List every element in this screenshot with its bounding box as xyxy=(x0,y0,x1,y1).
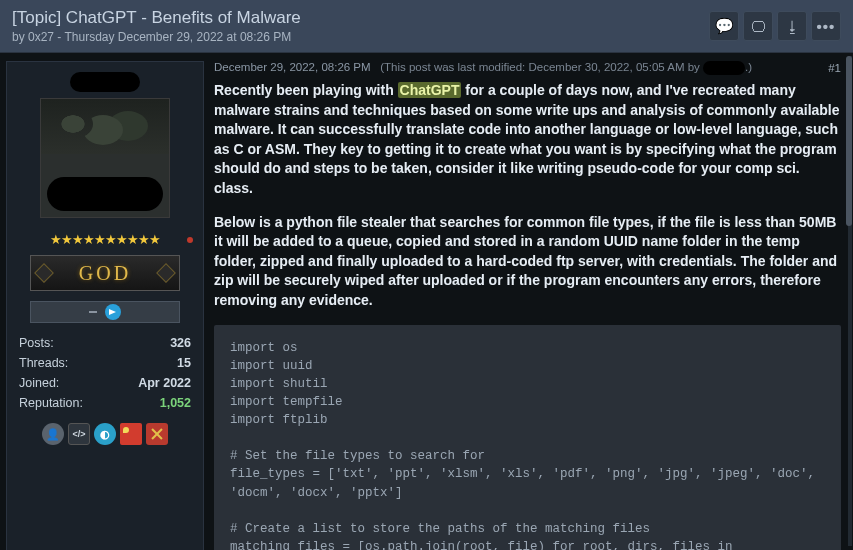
stat-value[interactable]: 1,052 xyxy=(160,396,191,410)
avatar-image xyxy=(41,99,169,154)
view-mode-button[interactable]: 🖵 xyxy=(743,11,773,41)
author-stats: Posts: 326 Threads: 15 Joined: Apr 2022 … xyxy=(17,333,193,413)
stat-value: Apr 2022 xyxy=(138,376,191,390)
post-meta-left: December 29, 2022, 08:26 PM (This post w… xyxy=(214,61,752,75)
badge-x-icon[interactable] xyxy=(146,423,168,445)
scrollbar-track[interactable] xyxy=(848,56,852,546)
thread-header: [Topic] ChatGPT - Benefits of Malware by… xyxy=(0,0,853,53)
rank-title: GOD xyxy=(79,262,131,285)
badge-flag-icon[interactable] xyxy=(120,423,142,445)
stat-joined: Joined: Apr 2022 xyxy=(17,373,193,393)
code-block[interactable]: import os import uuid import shutil impo… xyxy=(214,325,841,550)
stat-threads: Threads: 15 xyxy=(17,353,193,373)
stat-label: Posts: xyxy=(19,336,54,350)
screen-icon: 🖵 xyxy=(751,18,766,35)
author-stars: ★★★★★★★★★★ xyxy=(17,232,193,247)
post-content: Recently been playing with ChatGPT for a… xyxy=(214,81,841,311)
dash-icon xyxy=(89,311,97,313)
badge-code-icon[interactable]: </> xyxy=(68,423,90,445)
scrollbar-thumb[interactable] xyxy=(846,56,852,226)
more-options-button[interactable]: ••• xyxy=(811,11,841,41)
highlight-chatgpt: ChatGPT xyxy=(398,82,462,98)
stat-reputation: Reputation: 1,052 xyxy=(17,393,193,413)
post-number[interactable]: #1 xyxy=(828,62,841,74)
author-name-redacted xyxy=(70,72,140,92)
stat-label: Threads: xyxy=(19,356,68,370)
stat-posts: Posts: 326 xyxy=(17,333,193,353)
more-icon: ••• xyxy=(817,18,836,35)
author-group-bar xyxy=(30,301,180,323)
badge-user-icon[interactable]: 👤 xyxy=(42,423,64,445)
thread-title-block: [Topic] ChatGPT - Benefits of Malware by… xyxy=(12,8,301,44)
author-avatar[interactable] xyxy=(40,98,170,218)
author-rank-plate: GOD xyxy=(30,255,180,291)
author-panel: ★★★★★★★★★★ GOD Posts: 326 Threads: 15 Jo… xyxy=(6,61,204,550)
telegram-icon[interactable] xyxy=(105,304,121,320)
star-icons: ★★★★★★★★★★ xyxy=(50,232,160,247)
post-body: December 29, 2022, 08:26 PM (This post w… xyxy=(214,61,847,550)
download-icon: ⭳ xyxy=(785,18,800,35)
thread-title: [Topic] ChatGPT - Benefits of Malware xyxy=(12,8,301,28)
badge-globe-icon[interactable]: ◐ xyxy=(94,423,116,445)
p1b: for a couple of days now, and I've recre… xyxy=(214,82,840,196)
thread-actions: 💬 🖵 ⭳ ••• xyxy=(709,11,841,41)
post-paragraph-2: Below is a python file stealer that sear… xyxy=(214,213,841,311)
post-paragraph-1: Recently been playing with ChatGPT for a… xyxy=(214,81,841,199)
chat-icon: 💬 xyxy=(715,17,734,35)
stat-value: 326 xyxy=(170,336,191,350)
post-date: December 29, 2022, 08:26 PM xyxy=(214,61,371,73)
edited-suffix: .) xyxy=(745,61,752,73)
thread-byline: by 0x27 - Thursday December 29, 2022 at … xyxy=(12,30,301,44)
status-dot-icon xyxy=(187,237,193,243)
editor-name-redacted xyxy=(703,61,745,75)
stat-label: Joined: xyxy=(19,376,59,390)
avatar-caption-redacted xyxy=(47,177,163,211)
post-edited-note: (This post was last modified: December 3… xyxy=(380,61,752,73)
stat-label: Reputation: xyxy=(19,396,83,410)
edited-prefix: (This post was last modified: December 3… xyxy=(380,61,700,73)
reply-button[interactable]: 💬 xyxy=(709,11,739,41)
download-button[interactable]: ⭳ xyxy=(777,11,807,41)
author-badges: 👤 </> ◐ xyxy=(42,423,168,445)
post-meta: December 29, 2022, 08:26 PM (This post w… xyxy=(214,61,841,75)
p1a: Recently been playing with xyxy=(214,82,398,98)
stat-value: 15 xyxy=(177,356,191,370)
post: ★★★★★★★★★★ GOD Posts: 326 Threads: 15 Jo… xyxy=(0,53,853,550)
